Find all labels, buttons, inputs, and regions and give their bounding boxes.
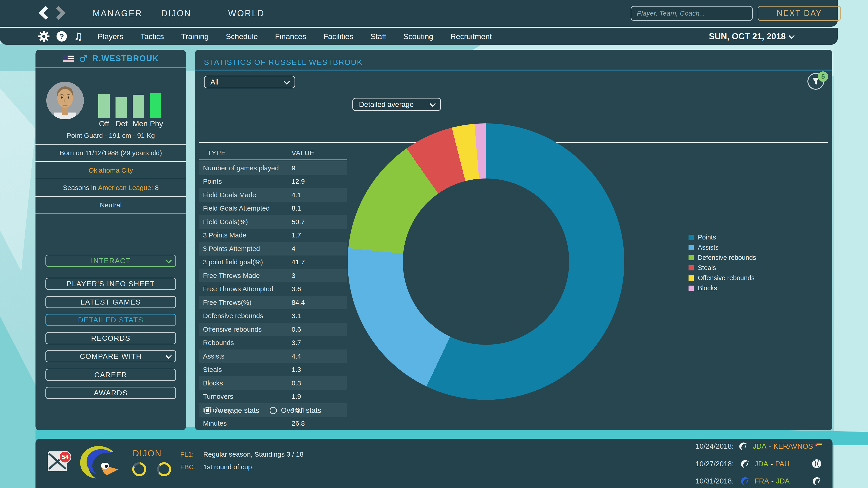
menu-item[interactable]: Training xyxy=(181,32,209,41)
tab-world[interactable]: WORLD xyxy=(224,0,269,27)
fixture-row[interactable]: 10/31/2018: FRA - JDA xyxy=(695,475,822,487)
legend-item: Assists xyxy=(688,245,756,250)
legend-swatch xyxy=(688,275,694,281)
cup-progress-ring xyxy=(157,462,171,476)
legend-item: Offensive rebounds xyxy=(688,275,756,281)
chevron-down-icon xyxy=(284,78,290,85)
table-row: Free Throws Attempted 3.6 xyxy=(199,283,347,296)
table-row: Blocks 0.3 xyxy=(199,377,347,390)
period-filter-select[interactable]: All xyxy=(204,76,295,88)
cup-status-row: FBC: 1st round of cup xyxy=(180,463,252,471)
table-row: 3 Points Made 1.7 xyxy=(199,229,347,242)
jda-logo-icon xyxy=(740,458,750,469)
menu-item[interactable]: Finances xyxy=(275,32,306,41)
top-bar: MANAGER DIJON WORLD NEXT DAY xyxy=(0,0,838,27)
title-underline xyxy=(195,70,832,70)
attribute-bar xyxy=(116,97,127,118)
average-stats-radio[interactable]: Average stats xyxy=(204,406,259,415)
players-info-sheet-button[interactable]: PLAYER'S INFO SHEET xyxy=(45,278,176,290)
radio-selected-icon xyxy=(204,407,211,414)
interact-dropdown[interactable]: INTERACT xyxy=(45,255,176,267)
attribute-label: Men xyxy=(133,119,144,128)
menu-bar: ? ♫ PlayersTacticsTrainingScheduleFinanc… xyxy=(0,28,838,45)
table-row: Free Throws Made 3 xyxy=(199,269,347,283)
table-row: Field Goals Made 4.1 xyxy=(199,188,347,202)
jda-logo-icon xyxy=(811,476,822,486)
column-header-type: TYPE xyxy=(207,149,226,157)
legend-swatch xyxy=(688,286,694,291)
menu-item[interactable]: Facilities xyxy=(323,32,353,41)
app-root: MANAGER DIJON WORLD NEXT DAY xyxy=(0,0,868,488)
music-icon[interactable]: ♫ xyxy=(74,28,83,45)
table-row: Free Throws(%) 84.4 xyxy=(199,296,347,309)
player-name: R.WESTBROUK xyxy=(92,54,159,63)
menu-item[interactable]: Players xyxy=(98,32,123,41)
fixture-row[interactable]: 10/24/2018: JDA - KERAVNOS xyxy=(695,440,822,452)
chevron-down-icon xyxy=(788,33,795,39)
menu-item[interactable]: Scouting xyxy=(403,32,433,41)
table-row: Assists 4.4 xyxy=(199,350,347,363)
detailed-stats-button[interactable]: DETAILED STATS xyxy=(45,314,176,326)
latest-games-button[interactable]: LATEST GAMES xyxy=(45,296,176,308)
player-info-row: Oklahoma City xyxy=(35,162,186,180)
chevron-down-icon xyxy=(165,353,172,359)
chevron-down-icon xyxy=(165,257,172,263)
legend-item: Defensive rebounds xyxy=(688,255,756,260)
menu-item[interactable]: Tactics xyxy=(141,32,164,41)
competition-code: FBC: xyxy=(180,463,197,471)
legend-item: Steals xyxy=(688,265,756,270)
table-row: Offensive rebounds 0.6 xyxy=(199,323,347,336)
jda-logo-icon xyxy=(738,441,749,452)
male-icon: ♂ xyxy=(79,53,88,64)
records-button[interactable]: RECORDS xyxy=(45,332,176,344)
legend-item: Points xyxy=(688,234,756,240)
player-info-row: Neutral xyxy=(35,197,186,214)
team-name: DIJON xyxy=(133,449,162,458)
attribute-bars xyxy=(98,86,178,118)
next-day-button[interactable]: NEXT DAY xyxy=(758,6,841,21)
table-row: Minutes 26.8 xyxy=(199,417,347,430)
date-selector[interactable]: SUN, OCT 21, 2018 xyxy=(709,28,794,45)
help-icon[interactable]: ? xyxy=(57,31,67,41)
stats-mode-radios: Average stats Overall stats xyxy=(204,406,321,415)
fixture-row[interactable]: 10/27/2018: JDA - PAU xyxy=(695,458,822,470)
donut-hole xyxy=(403,178,569,345)
legend-item: Blocks xyxy=(688,285,756,291)
forward-icon[interactable] xyxy=(54,6,66,20)
gear-icon[interactable] xyxy=(38,31,50,42)
tab-manager[interactable]: MANAGER xyxy=(93,0,138,27)
search-input[interactable] xyxy=(631,6,753,21)
usa-flag-icon xyxy=(63,55,74,62)
attribute-labels: OffDefMenPhy xyxy=(98,119,178,128)
keravnos-logo-icon xyxy=(813,441,824,452)
overall-stats-radio[interactable]: Overall stats xyxy=(270,406,321,415)
competition-code: FL1: xyxy=(180,451,197,458)
table-row: Field Goals(%) 50.7 xyxy=(199,215,347,229)
menu-item[interactable]: Staff xyxy=(370,32,386,41)
table-row: Defensive rebounds 3.1 xyxy=(199,309,347,323)
header-underline xyxy=(199,159,347,160)
menu-item[interactable]: Recruitment xyxy=(451,32,492,41)
league-status-row: FL1: Regular season, Standings 3 / 18 xyxy=(180,451,304,458)
team-logo[interactable] xyxy=(76,443,125,483)
attribute-label: Def xyxy=(116,119,127,128)
stats-table: Number of games played 9 Points 12.9 Fie… xyxy=(199,161,347,430)
legend-swatch xyxy=(688,235,694,240)
legend-swatch xyxy=(688,265,694,270)
attribute-bar xyxy=(150,93,161,118)
menu-item[interactable]: Schedule xyxy=(226,32,258,41)
tab-dijon[interactable]: DIJON xyxy=(156,0,197,27)
player-sidebar: ♂ R.WESTBROUK xyxy=(35,50,186,430)
stat-mode-select[interactable]: Detailed average xyxy=(352,98,441,111)
current-date: SUN, OCT 21, 2018 xyxy=(709,32,786,41)
table-row: Points 12.9 xyxy=(199,175,347,188)
career-button[interactable]: CAREER xyxy=(45,369,176,381)
league-progress-ring xyxy=(132,462,146,476)
attribute-bar xyxy=(98,94,110,118)
back-icon[interactable] xyxy=(38,6,50,20)
attribute-label: Phy xyxy=(150,119,161,128)
table-row: 3 Points Attempted 4 xyxy=(199,242,347,256)
attribute-label: Off xyxy=(98,119,110,128)
awards-button[interactable]: AWARDS xyxy=(45,387,176,399)
compare-with-dropdown[interactable]: COMPARE WITH xyxy=(45,350,176,362)
